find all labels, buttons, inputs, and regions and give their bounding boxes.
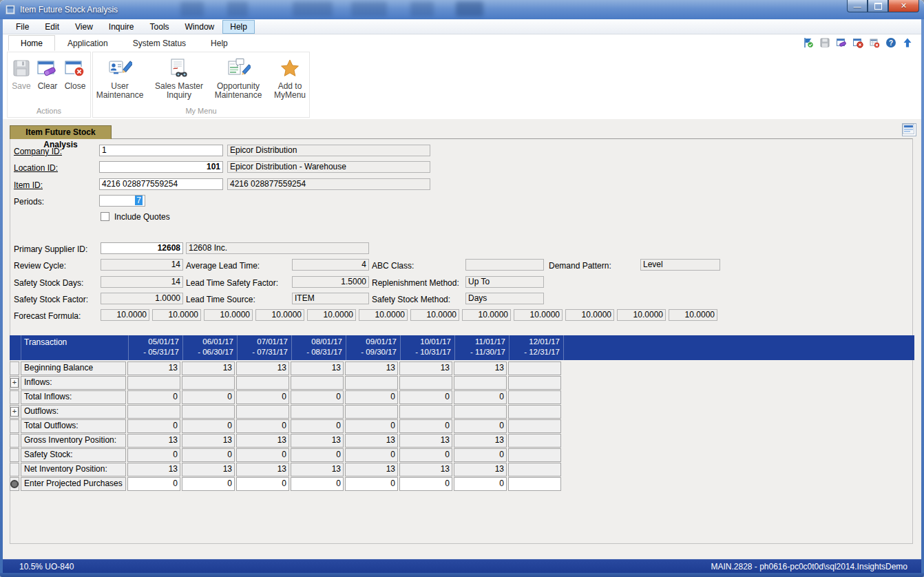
menu-inquire[interactable]: Inquire xyxy=(101,20,142,34)
user-maintenance-button[interactable]: User Maintenance xyxy=(91,56,149,101)
value-cell[interactable] xyxy=(127,405,180,419)
value-cell[interactable]: 13 xyxy=(182,434,235,448)
forecast-formula-field[interactable]: 10.0000 xyxy=(669,309,717,321)
forecast-formula-field[interactable]: 10.0000 xyxy=(514,309,563,321)
primary-supplier-field[interactable]: 12608 xyxy=(101,242,183,254)
value-cell[interactable]: 0 xyxy=(454,390,507,404)
collapse-ribbon-icon[interactable] xyxy=(902,37,913,48)
value-cell[interactable]: 13 xyxy=(345,434,398,448)
forecast-formula-field[interactable]: 10.0000 xyxy=(565,309,614,321)
value-cell[interactable]: 0 xyxy=(345,419,398,433)
editable-cell[interactable]: 0 xyxy=(127,477,180,491)
value-cell[interactable]: 13 xyxy=(345,361,398,375)
column-header-period[interactable]: 10/01/17 - 10/31/17 xyxy=(400,335,454,360)
table-row[interactable]: Gross Inventory Position:13131313131313 xyxy=(10,434,914,448)
column-header-period[interactable]: 08/01/17 - 08/31/17 xyxy=(291,335,346,360)
row-label[interactable]: Safety Stock: xyxy=(21,448,126,462)
company-id-field[interactable]: 1 xyxy=(99,145,223,156)
row-gutter-expander[interactable]: + xyxy=(10,405,19,419)
title-bar[interactable]: Item Future Stock Analysis — ✕ xyxy=(0,0,924,20)
value-cell[interactable] xyxy=(399,376,452,390)
value-cell[interactable] xyxy=(454,405,507,419)
table-row[interactable]: Total Outflows:0000000 xyxy=(10,419,914,433)
value-cell[interactable] xyxy=(508,361,561,375)
value-cell[interactable] xyxy=(291,405,344,419)
sales-master-inquiry-button[interactable]: Sales Master Inquiry xyxy=(150,56,208,101)
column-header-period[interactable]: 05/01/17 - 05/31/17 xyxy=(128,335,182,360)
periods-field[interactable]: 7 xyxy=(99,195,145,207)
column-header-period[interactable]: 11/01/17 - 11/30/17 xyxy=(454,335,509,360)
tab-home[interactable]: Home xyxy=(8,35,55,51)
column-header-period[interactable]: 12/01/17 - 12/31/17 xyxy=(509,335,563,360)
menu-edit[interactable]: Edit xyxy=(37,20,67,34)
value-cell[interactable] xyxy=(182,376,235,390)
editable-cell[interactable]: 0 xyxy=(345,477,398,491)
row-label[interactable]: Total Outflows: xyxy=(21,419,126,433)
location-id-label[interactable]: Location ID: xyxy=(14,162,58,174)
value-cell[interactable]: 0 xyxy=(399,448,452,462)
value-cell[interactable]: 13 xyxy=(399,361,452,375)
value-cell[interactable]: 13 xyxy=(454,361,507,375)
value-cell[interactable]: 0 xyxy=(291,448,344,462)
menu-view[interactable]: View xyxy=(67,20,101,34)
row-label[interactable]: Beginning Balance xyxy=(21,361,126,375)
flag-check-icon[interactable] xyxy=(803,37,814,48)
forecast-formula-field[interactable]: 10.0000 xyxy=(462,309,511,321)
value-cell[interactable]: 13 xyxy=(291,361,344,375)
value-cell[interactable]: 0 xyxy=(127,390,180,404)
value-cell[interactable] xyxy=(182,405,235,419)
value-cell[interactable]: 13 xyxy=(182,463,235,476)
value-cell[interactable]: 0 xyxy=(454,448,507,462)
tab-system-status[interactable]: System Status xyxy=(120,35,198,51)
menu-help[interactable]: Help xyxy=(222,20,255,34)
table-row[interactable]: Total Inflows:0000000 xyxy=(10,390,914,404)
forecast-formula-field[interactable]: 10.0000 xyxy=(204,309,253,321)
value-cell[interactable] xyxy=(508,434,561,448)
menu-window[interactable]: Window xyxy=(178,20,222,34)
value-cell[interactable]: 13 xyxy=(291,434,344,448)
editable-cell[interactable]: 0 xyxy=(182,477,235,491)
value-cell[interactable] xyxy=(399,405,452,419)
value-cell[interactable] xyxy=(508,463,561,476)
value-cell[interactable]: 0 xyxy=(182,419,235,433)
value-cell[interactable]: 13 xyxy=(182,361,235,375)
table-row[interactable]: +Outflows: xyxy=(10,405,914,419)
value-cell[interactable]: 13 xyxy=(127,434,180,448)
value-cell[interactable] xyxy=(454,376,507,390)
editable-cell[interactable]: 0 xyxy=(399,477,452,491)
value-cell[interactable]: 13 xyxy=(127,361,180,375)
value-cell[interactable] xyxy=(508,376,561,390)
value-cell[interactable]: 13 xyxy=(345,463,398,476)
document-tab[interactable]: Item Future Stock Analysis xyxy=(10,125,112,139)
value-cell[interactable] xyxy=(127,376,180,390)
tab-application[interactable]: Application xyxy=(55,35,120,51)
value-cell[interactable]: 0 xyxy=(291,390,344,404)
value-cell[interactable]: 0 xyxy=(345,390,398,404)
value-cell[interactable] xyxy=(236,376,289,390)
value-cell[interactable]: 13 xyxy=(454,463,507,476)
forecast-formula-field[interactable]: 10.0000 xyxy=(307,309,356,321)
forecast-formula-field[interactable]: 10.0000 xyxy=(617,309,666,321)
forecast-formula-field[interactable]: 10.0000 xyxy=(410,309,459,321)
value-cell[interactable]: 0 xyxy=(236,419,289,433)
close-window-button[interactable]: ✕ xyxy=(888,0,919,12)
value-cell[interactable] xyxy=(508,390,561,404)
column-header-period[interactable]: 09/01/17 - 09/30/17 xyxy=(346,335,400,360)
close-icon[interactable] xyxy=(852,37,863,48)
value-cell[interactable]: 0 xyxy=(454,419,507,433)
row-label[interactable]: Total Inflows: xyxy=(21,390,126,404)
value-cell[interactable]: 0 xyxy=(399,390,452,404)
value-cell[interactable] xyxy=(291,376,344,390)
close-button[interactable]: Close xyxy=(62,56,88,92)
table-row[interactable]: Enter Projected Purchases0000000 xyxy=(10,477,914,491)
company-id-label[interactable]: Company ID: xyxy=(14,146,62,157)
forecast-formula-field[interactable]: 10.0000 xyxy=(101,309,149,321)
value-cell[interactable] xyxy=(345,376,398,390)
editable-cell[interactable]: 0 xyxy=(454,477,507,491)
clear-icon[interactable] xyxy=(836,37,847,48)
table-row[interactable]: Safety Stock:0000000 xyxy=(10,448,914,462)
table-row[interactable]: Net Inventory Position:13131313131313 xyxy=(10,463,914,476)
clear-button[interactable]: Clear xyxy=(34,56,61,92)
row-label[interactable]: Outflows: xyxy=(21,405,126,419)
row-gutter-expander[interactable]: + xyxy=(10,376,19,390)
